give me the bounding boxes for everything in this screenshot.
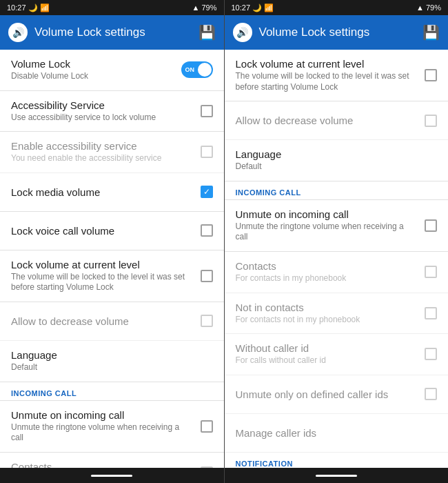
- moon-icon: 🌙: [28, 3, 38, 12]
- setting-text-language-2: Language Default: [236, 148, 438, 172]
- setting-text-lock-media: Lock media volume: [11, 186, 201, 198]
- setting-title-manage-caller: Manage caller ids: [236, 427, 431, 439]
- setting-subtitle-lock-current: The volume will be locked to the level i…: [11, 272, 194, 293]
- app-icon-1: 🔊: [8, 23, 28, 42]
- setting-lock-media[interactable]: Lock media volume ✓: [0, 173, 224, 212]
- setting-text-volume-lock: Volume Lock Disable Volume Lock: [11, 58, 181, 82]
- setting-lock-current[interactable]: Lock volume at current level The volume …: [0, 250, 224, 302]
- save-button-1[interactable]: 💾: [198, 24, 216, 41]
- checkbox-lock-media[interactable]: ✓: [201, 186, 213, 198]
- toggle-volume-lock[interactable]: ON: [181, 61, 213, 78]
- setting-text-accessibility: Accessibility Service Use accessibility …: [11, 99, 201, 124]
- status-bar-1: 10:27 🌙 📶 ▲ 79%: [0, 0, 224, 15]
- setting-title-allow-decrease: Allow to decrease volume: [11, 315, 194, 327]
- setting-text-lock-current-2: Lock volume at current level The volume …: [236, 58, 425, 92]
- setting-title-unmute-defined: Unmute only on defined caller ids: [236, 388, 418, 400]
- setting-title-unmute-incoming-2: Unmute on incoming call: [236, 208, 418, 220]
- checkbox-unmute-incoming-2[interactable]: [425, 219, 437, 232]
- volume-icon-2: 🔊: [236, 27, 248, 38]
- panel-1: 10:27 🌙 📶 ▲ 79% 🔊 Volume Lock settings 💾…: [0, 0, 224, 483]
- setting-text-unmute-defined: Unmute only on defined caller ids: [236, 388, 425, 400]
- setting-subtitle-lock-current-2: The volume will be locked to the level i…: [236, 71, 418, 92]
- setting-unmute-incoming[interactable]: Unmute on incoming call Unmute the ringt…: [0, 401, 224, 453]
- setting-contacts-2: Contacts For contacts in my phonebook: [225, 252, 449, 293]
- moon-icon-2: 🌙: [252, 3, 262, 12]
- setting-enable-accessibility: Enable accessibility service You need en…: [0, 132, 224, 173]
- setting-text-language: Language Default: [11, 349, 213, 373]
- status-right-1: ▲ 79%: [192, 3, 217, 12]
- setting-subtitle-contacts-2: For contacts in my phonebook: [236, 273, 418, 284]
- setting-lock-current-2[interactable]: Lock volume at current level The volume …: [225, 50, 449, 101]
- section-incoming-call-2: INCOMING CALL: [225, 181, 449, 200]
- setting-text-enable-accessibility: Enable accessibility service You need en…: [11, 140, 201, 164]
- setting-text-not-in-contacts-2: Not in contacts For contacts not in my p…: [236, 302, 425, 326]
- setting-title-without-caller-id: Without caller id: [236, 342, 418, 354]
- setting-title-contacts-2: Contacts: [236, 260, 418, 272]
- settings-content-1: Volume Lock Disable Volume Lock ON Acces…: [0, 50, 224, 468]
- time-1: 10:27: [7, 3, 26, 12]
- status-bar-2: 10:27 🌙 📶 ▲ 79%: [225, 0, 449, 15]
- volume-icon-1: 🔊: [12, 27, 24, 38]
- nav-indicator-2: [316, 475, 357, 477]
- setting-text-without-caller-id: Without caller id For calls without call…: [236, 342, 425, 366]
- status-left-1: 10:27 🌙 📶: [7, 3, 50, 12]
- setting-language[interactable]: Language Default: [0, 341, 224, 382]
- save-button-2[interactable]: 💾: [422, 24, 440, 41]
- setting-volume-lock[interactable]: Volume Lock Disable Volume Lock ON: [0, 50, 224, 91]
- toggle-knob: [198, 63, 212, 77]
- checkbox-contacts: [201, 466, 213, 468]
- battery-1: 79%: [201, 3, 216, 12]
- setting-accessibility[interactable]: Accessibility Service Use accessibility …: [0, 91, 224, 132]
- signal-icons: 📶: [40, 3, 50, 12]
- setting-text-manage-caller: Manage caller ids: [236, 427, 438, 439]
- setting-title-contacts: Contacts: [11, 461, 194, 468]
- checkbox-without-caller-id: [425, 348, 437, 360]
- setting-subtitle-unmute-incoming-2: Unmute the ringtone volume when receivin…: [236, 221, 418, 243]
- setting-title-volume-lock: Volume Lock: [11, 58, 174, 70]
- checkbox-not-in-contacts-2: [425, 307, 437, 319]
- settings-content-2: Lock volume at current level The volume …: [225, 50, 449, 468]
- checkbox-unmute-incoming[interactable]: [201, 420, 213, 433]
- setting-text-lock-current: Lock volume at current level The volume …: [11, 259, 201, 293]
- setting-without-caller-id: Without caller id For calls without call…: [225, 334, 449, 375]
- checkbox-lock-current-2[interactable]: [425, 69, 437, 81]
- setting-subtitle-without-caller-id: For calls without caller id: [236, 355, 418, 366]
- setting-text-contacts: Contacts For contacts in my phonebook: [11, 461, 201, 468]
- header-left-2: 🔊 Volume Lock settings: [233, 23, 370, 42]
- section-incoming-call: INCOMING CALL: [0, 382, 224, 401]
- checkbox-lock-current[interactable]: [201, 270, 213, 282]
- setting-language-2[interactable]: Language Default: [225, 140, 449, 181]
- setting-text-unmute-incoming: Unmute on incoming call Unmute the ringt…: [11, 409, 201, 444]
- checkbox-accessibility[interactable]: [201, 105, 213, 117]
- setting-manage-caller: Manage caller ids: [225, 414, 449, 453]
- setting-title-lock-current: Lock volume at current level: [11, 259, 194, 270]
- header-title-1: Volume Lock settings: [34, 26, 145, 39]
- setting-not-in-contacts-2: Not in contacts For contacts not in my p…: [225, 293, 449, 335]
- setting-unmute-incoming-2[interactable]: Unmute on incoming call Unmute the ringt…: [225, 200, 449, 252]
- setting-text-allow-decrease-2: Allow to decrease volume: [236, 115, 425, 126]
- setting-title-enable-accessibility: Enable accessibility service: [11, 140, 194, 152]
- checkbox-lock-voice[interactable]: [201, 224, 213, 237]
- setting-lock-voice[interactable]: Lock voice call volume: [0, 212, 224, 250]
- setting-title-allow-decrease-2: Allow to decrease volume: [236, 115, 418, 126]
- status-right-2: ▲ 79%: [416, 3, 441, 12]
- app-header-2: 🔊 Volume Lock settings 💾: [225, 15, 449, 50]
- setting-unmute-defined: Unmute only on defined caller ids: [225, 375, 449, 414]
- setting-title-lock-current-2: Lock volume at current level: [236, 58, 418, 70]
- setting-text-contacts-2: Contacts For contacts in my phonebook: [236, 260, 425, 284]
- header-left-1: 🔊 Volume Lock settings: [8, 23, 145, 42]
- battery-2: 79%: [426, 3, 441, 12]
- setting-text-allow-decrease: Allow to decrease volume: [11, 315, 201, 327]
- wifi-icon-2: ▲: [416, 3, 424, 12]
- setting-title-lock-voice: Lock voice call volume: [11, 225, 194, 237]
- checkbox-allow-decrease: [201, 315, 213, 327]
- setting-title-lock-media: Lock media volume: [11, 186, 194, 198]
- nav-indicator-1: [91, 475, 132, 477]
- setting-subtitle-volume-lock: Disable Volume Lock: [11, 71, 174, 82]
- status-left-2: 10:27 🌙 📶: [232, 3, 274, 12]
- app-header-1: 🔊 Volume Lock settings 💾: [0, 15, 224, 50]
- header-title-2: Volume Lock settings: [259, 26, 370, 39]
- setting-allow-decrease: Allow to decrease volume: [0, 302, 224, 341]
- setting-subtitle-language-2: Default: [236, 161, 431, 172]
- nav-bar-1: [0, 468, 224, 483]
